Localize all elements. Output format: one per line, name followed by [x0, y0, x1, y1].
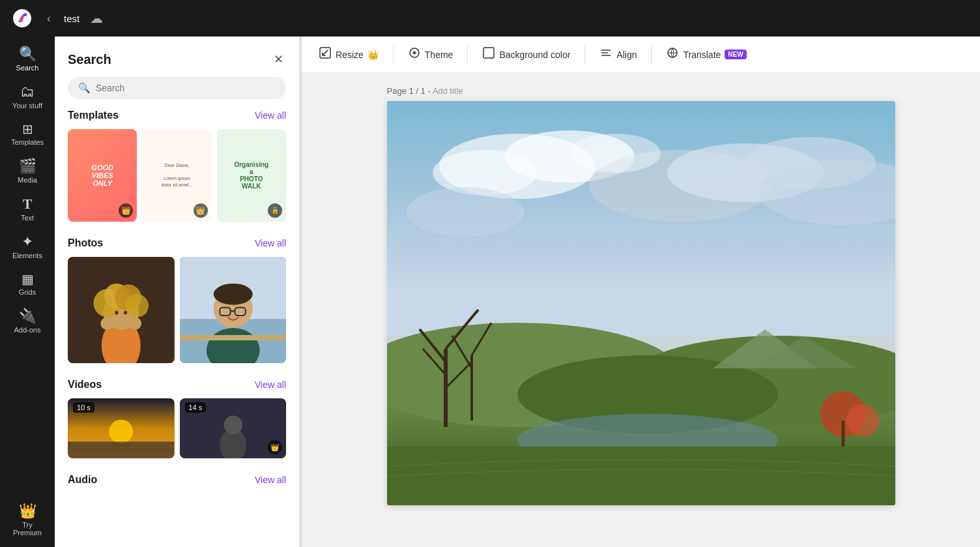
premium-icon: 👑: [19, 504, 36, 518]
template-crown-badge: 👑: [194, 203, 208, 218]
template-card[interactable]: Dear Diana,Lorem ipsumdolor sit amet... …: [142, 129, 211, 222]
svg-point-7: [115, 311, 118, 314]
svg-rect-62: [387, 447, 895, 505]
video-duration-badge: 14 s: [185, 402, 207, 413]
sidebar-item-text[interactable]: T Text: [4, 192, 51, 227]
resize-button[interactable]: Resize 👑: [312, 42, 385, 67]
page-info-text: Page 1 / 1 -: [387, 86, 431, 96]
sidebar-item-your-stuff[interactable]: 🗂 Your stuff: [4, 80, 51, 115]
sidebar-item-search[interactable]: 🔍 Search: [4, 42, 51, 77]
svg-point-9: [100, 317, 113, 329]
sidebar-item-elements[interactable]: ✦ Elements: [4, 229, 51, 265]
svg-point-15: [213, 284, 252, 305]
video-duration-badge: 10 s: [73, 402, 94, 413]
svg-rect-19: [180, 335, 287, 340]
search-input-inner: 🔍: [68, 77, 286, 99]
crown-icon: 👑: [270, 443, 280, 452]
template-card-text: OrganisingaPHOTOWALK: [234, 161, 268, 190]
grids-icon: ▦: [22, 273, 34, 286]
videos-grid: 10 s 14 s 👑: [68, 398, 286, 458]
sidebar-item-label: Elements: [12, 252, 42, 259]
photo-card[interactable]: [180, 257, 287, 364]
canvas-content[interactable]: Page 1 / 1 - Add title: [302, 73, 980, 547]
video-card[interactable]: 14 s 👑: [180, 398, 287, 458]
translate-label: Translate: [683, 50, 721, 60]
lock-icon: 🔒: [271, 207, 279, 214]
project-title[interactable]: test: [64, 13, 79, 24]
panel-header: Search ✕: [55, 37, 299, 77]
sidebar-item-try-premium[interactable]: 👑 Try Premium: [4, 499, 51, 542]
align-icon: [599, 46, 612, 63]
toolbar-separator: [584, 46, 585, 64]
photos-grid: [68, 257, 286, 364]
audio-view-all-button[interactable]: View all: [255, 475, 286, 485]
sidebar-item-label: Your stuff: [12, 102, 42, 110]
crown-icon: 👑: [195, 206, 205, 215]
search-input-wrapper: 🔍: [55, 77, 299, 110]
theme-button[interactable]: Theme: [401, 42, 460, 67]
photos-view-all-button[interactable]: View all: [255, 238, 286, 248]
video-card[interactable]: 10 s: [68, 398, 175, 458]
template-card[interactable]: OrganisingaPHOTOWALK 🔒: [217, 129, 286, 222]
search-input-icon: 🔍: [78, 82, 91, 94]
audio-section-header: Audio View all: [68, 474, 286, 486]
background-color-button[interactable]: Background color: [476, 42, 577, 67]
top-bar: ‹ test ☁: [0, 0, 980, 37]
audio-section: Audio View all: [68, 474, 286, 486]
template-card[interactable]: GOODVIBESONLY 👑: [68, 129, 137, 222]
sidebar-item-media[interactable]: 🎬 Media: [4, 154, 51, 189]
photo-card[interactable]: [68, 257, 175, 364]
translate-button[interactable]: Translate NEW: [659, 42, 753, 67]
canvas-toolbar: Resize 👑 Theme: [302, 37, 980, 73]
svg-point-60: [846, 404, 879, 437]
videos-section-header: Videos View all: [68, 379, 286, 391]
page-label[interactable]: Page 1 / 1 - Add title: [387, 86, 463, 96]
search-panel: Search ✕ 🔍 Templates View all GOODVIBESO…: [55, 37, 299, 547]
sidebar-item-addons[interactable]: 🔌 Add-ons: [4, 304, 51, 339]
sidebar-item-label: Templates: [11, 138, 44, 146]
sidebar-item-label: Try Premium: [8, 521, 47, 537]
templates-view-all-button[interactable]: View all: [255, 110, 286, 121]
svg-point-10: [129, 317, 141, 329]
sidebar-item-grids[interactable]: ▦ Grids: [4, 267, 51, 301]
translate-icon: [666, 46, 679, 63]
svg-point-6: [126, 294, 149, 317]
svg-rect-29: [483, 48, 494, 58]
audio-section-title: Audio: [68, 474, 97, 486]
template-card-text: Dear Diana,Lorem ipsumdolor sit amet...: [159, 160, 195, 190]
canvas-area: Resize 👑 Theme: [302, 37, 980, 547]
search-input[interactable]: [96, 83, 276, 93]
sidebar-item-label: Search: [16, 64, 39, 72]
canvas-background-image: [387, 101, 895, 505]
videos-view-all-button[interactable]: View all: [255, 379, 286, 390]
svg-point-28: [413, 52, 416, 54]
sidebar-item-label: Add-ons: [14, 326, 41, 334]
sidebar-icons: 🔍 Search 🗂 Your stuff ⊞ Templates 🎬 Medi…: [0, 37, 55, 547]
sidebar-item-label: Grids: [19, 288, 36, 296]
sidebar-item-label: Text: [21, 214, 34, 222]
templates-section-header: Templates View all: [68, 110, 286, 121]
search-icon: 🔍: [19, 47, 36, 61]
translate-new-badge: NEW: [725, 50, 746, 59]
align-button[interactable]: Align: [593, 42, 643, 67]
main-layout: 🔍 Search 🗂 Your stuff ⊞ Templates 🎬 Medi…: [0, 37, 980, 547]
background-color-icon: [482, 46, 495, 63]
photos-section-title: Photos: [68, 237, 103, 249]
sidebar-item-templates[interactable]: ⊞ Templates: [4, 117, 51, 151]
addons-icon: 🔌: [19, 309, 36, 323]
back-button[interactable]: ‹: [42, 9, 56, 28]
sidebar-item-label: Media: [18, 176, 37, 184]
toolbar-separator: [651, 46, 652, 64]
panel-title: Search: [68, 52, 111, 67]
elements-icon: ✦: [22, 235, 33, 249]
close-panel-button[interactable]: ✕: [271, 50, 286, 69]
crown-icon: 👑: [121, 206, 131, 215]
template-crown-badge: 👑: [119, 203, 133, 218]
canva-logo[interactable]: [10, 7, 34, 30]
resize-icon: [319, 46, 332, 63]
text-icon: T: [23, 197, 33, 211]
template-card-text: GOODVIBESONLY: [91, 164, 113, 187]
add-title-text[interactable]: Add title: [433, 86, 463, 96]
canvas-page[interactable]: [387, 101, 895, 505]
svg-point-44: [569, 134, 661, 173]
